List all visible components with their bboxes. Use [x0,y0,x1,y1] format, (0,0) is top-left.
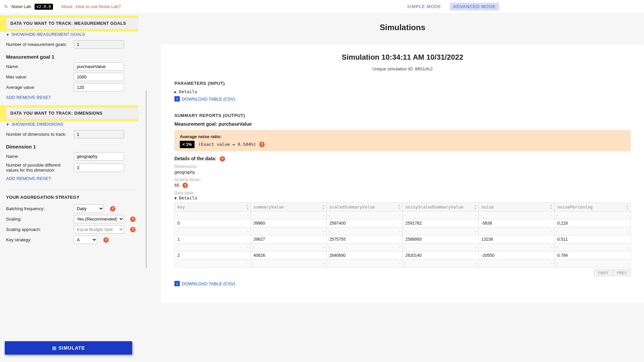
filter-cell[interactable] [327,228,403,235]
filter-cell[interactable] [402,260,479,267]
sidebar: 1. DATA YOU WANT TO TRACK: MEASUREMENT G… [0,13,144,362]
batch-select[interactable]: Daily [74,204,104,213]
details-of-data-label: Details of the data: [174,156,216,161]
filter-cell[interactable] [251,228,327,235]
help-icon[interactable]: ? [259,142,265,147]
table-row: 03996025974002591762-56380.218 [175,219,631,228]
num-goals-input[interactable] [74,40,124,49]
num-dims-label: Number of dimensions to track: [6,132,70,137]
dim-name-input[interactable] [74,152,124,161]
table-cell: 2591762 [402,219,479,228]
approach-select[interactable]: Equal Budget Split [74,225,124,234]
data-table-details-toggle[interactable]: Details [174,195,631,200]
filter-cell[interactable] [402,212,479,219]
filter-cell[interactable] [251,244,327,251]
dim-1-title: Dimension 1 [6,144,138,149]
table-cell: 13238 [479,235,555,244]
table-cell: 39960 [251,219,327,228]
table-cell: 2 [175,251,251,260]
column-header[interactable]: key▲▼ [175,203,251,212]
split-handle[interactable] [144,13,148,362]
table-cell: 2597400 [327,219,403,228]
table-cell: 1 [175,235,251,244]
table-cell: 39627 [251,235,327,244]
download-data-csv[interactable]: i DOWNLOAD TABLE (CSV) [174,281,235,286]
filter-cell[interactable] [479,212,555,219]
about-link[interactable]: About [61,4,72,9]
column-header[interactable]: noisePercentag▲▼ [554,203,631,212]
num-goals-label: Number of measurement goals: [6,42,70,47]
add-dim-link[interactable]: ADD [6,176,15,181]
help-icon[interactable]: ? [103,237,109,243]
section-measurement-goals: DATA YOU WANT TO TRACK: MEASUREMENT GOAL… [6,17,138,29]
parameters-details-toggle[interactable]: Details [174,89,631,94]
goal-max-label: Max value: [6,74,70,79]
version-badge: v2.0.0 [35,4,53,10]
filter-cell[interactable] [175,212,251,219]
table-cell: 0.511 [554,235,631,244]
key-select[interactable]: A [74,236,97,244]
parameters-label: PARAMETERS (INPUT) [174,81,631,86]
remove-dim-link[interactable]: REMOVE [16,176,35,181]
toggle-dimensions[interactable]: SHOW/HIDE DIMENSIONS [11,122,63,127]
table-cell: 0 [175,219,251,228]
download-params-csv[interactable]: i DOWNLOAD TABLE (CSV) [174,96,235,102]
goal-1-title: Measurement goal 1 [6,54,138,60]
filter-cell[interactable] [251,260,327,267]
filter-cell[interactable] [402,244,479,251]
simulate-button[interactable]: ▣SIMULATE [5,341,132,355]
filter-cell[interactable] [175,260,251,267]
filter-cell[interactable] [175,244,251,251]
toggle-measurement-goals[interactable]: SHOW/HIDE MEASUREMENT GOALS [11,32,85,37]
num-dims-input[interactable] [74,130,124,138]
reset-dim-link[interactable]: RESET [37,176,51,181]
filter-cell[interactable] [554,244,631,251]
filter-cell[interactable] [554,260,631,267]
filter-cell[interactable] [402,228,479,235]
table-row: 13962725757552588993132380.511 [175,235,631,244]
scaling-factor-value: 65 [174,183,179,188]
dim-name-label: Name: [6,154,70,159]
filter-cell[interactable] [479,260,555,267]
help-icon[interactable]: ? [182,183,188,188]
filter-cell[interactable] [554,228,631,235]
filter-cell[interactable] [327,244,403,251]
column-header[interactable]: noisyScaledSummaryValue▲▼ [402,203,479,212]
data-table: key▲▼summaryValue▲▼scaledSummaryValue▲▼n… [174,202,631,267]
filter-cell[interactable] [327,260,403,267]
help-icon[interactable]: ? [130,227,136,232]
reset-goal-link[interactable]: RESET [37,95,51,100]
filter-cell[interactable] [251,212,327,219]
help-icon[interactable]: ? [110,206,115,212]
noise-ratio-pill: < 1% [180,141,195,148]
add-goal-link[interactable]: ADD [6,95,15,100]
goal-max-input[interactable] [74,73,124,81]
filter-cell[interactable] [554,212,631,219]
pager-prev-button[interactable]: PREV [613,269,631,276]
column-header[interactable]: noise▲▼ [479,203,555,212]
dim-count-input[interactable] [74,164,124,172]
filter-cell[interactable] [479,244,555,251]
dim-count-label: Number of possible different values for … [6,163,70,173]
scale-select[interactable]: Yes (Recommended) [74,215,124,223]
goal-name-input[interactable] [74,62,124,71]
help-icon[interactable]: ? [130,217,136,222]
column-header[interactable]: summaryValue▲▼ [251,203,327,212]
tab-advanced-mode[interactable]: ADVANCED MODE [450,3,499,10]
filter-cell[interactable] [175,228,251,235]
column-header[interactable]: scaledSummaryValue▲▼ [327,203,403,212]
howto-link[interactable]: How to use Noise Lab? [76,4,121,9]
batch-label: Batching frequency: [6,206,70,211]
sim-id-label: Unique simulation ID: [372,66,415,71]
help-icon[interactable]: ? [220,156,225,162]
tab-simple-mode[interactable]: SIMPLE MODE [404,3,444,10]
goal-avg-input[interactable] [74,83,124,92]
goal-avg-label: Average value: [6,85,70,90]
filter-cell[interactable] [327,212,403,219]
table-cell: -5638 [479,219,555,228]
filter-cell[interactable] [479,228,555,235]
table-cell: 2620140 [402,251,479,260]
remove-goal-link[interactable]: REMOVE [16,95,35,100]
info-icon: i [174,96,180,102]
pager-first-button[interactable]: FIRST [594,269,612,276]
